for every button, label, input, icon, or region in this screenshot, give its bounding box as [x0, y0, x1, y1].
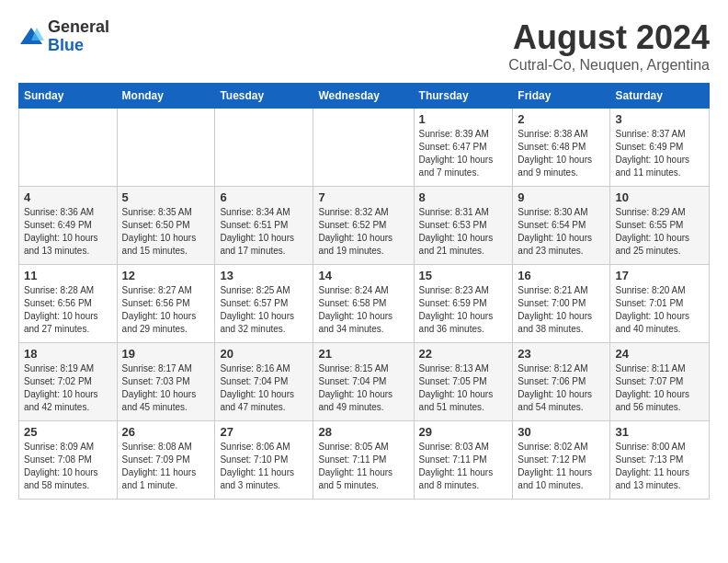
week-row-3: 11Sunrise: 8:28 AMSunset: 6:56 PMDayligh…: [19, 265, 710, 343]
logo-general: General: [48, 18, 109, 37]
week-row-5: 25Sunrise: 8:09 AMSunset: 7:08 PMDayligh…: [19, 421, 710, 500]
day-cell: 3Sunrise: 8:37 AMSunset: 6:49 PMDaylight…: [610, 109, 710, 187]
week-row-1: 1Sunrise: 8:39 AMSunset: 6:47 PMDaylight…: [19, 109, 710, 187]
day-info: Sunrise: 8:30 AMSunset: 6:54 PMDaylight:…: [518, 206, 605, 258]
day-cell: 23Sunrise: 8:12 AMSunset: 7:06 PMDayligh…: [513, 343, 610, 421]
header-cell-monday: Monday: [117, 84, 215, 109]
day-number: 19: [122, 347, 210, 361]
day-info: Sunrise: 8:32 AMSunset: 6:52 PMDaylight:…: [318, 206, 408, 258]
day-info: Sunrise: 8:09 AMSunset: 7:08 PMDaylight:…: [24, 441, 112, 492]
day-info: Sunrise: 8:37 AMSunset: 6:49 PMDaylight:…: [615, 128, 704, 179]
page-header: General Blue August 2024 Cutral-Co, Neuq…: [18, 18, 710, 74]
day-info: Sunrise: 8:24 AMSunset: 6:58 PMDaylight:…: [318, 284, 408, 336]
day-number: 15: [419, 269, 508, 282]
day-cell: [19, 109, 118, 187]
day-number: 24: [615, 347, 704, 361]
day-number: 25: [24, 425, 112, 439]
day-number: 13: [220, 269, 308, 282]
day-info: Sunrise: 8:00 AMSunset: 7:13 PMDaylight:…: [615, 441, 704, 492]
day-cell: 19Sunrise: 8:17 AMSunset: 7:03 PMDayligh…: [117, 343, 215, 421]
header-cell-sunday: Sunday: [19, 84, 118, 109]
day-number: 1: [419, 112, 508, 126]
day-cell: 10Sunrise: 8:29 AMSunset: 6:55 PMDayligh…: [610, 187, 710, 265]
day-number: 4: [24, 190, 112, 204]
logo-icon: [18, 24, 44, 50]
calendar-title: August 2024: [508, 18, 710, 57]
day-info: Sunrise: 8:23 AMSunset: 6:59 PMDaylight:…: [419, 284, 508, 336]
day-info: Sunrise: 8:15 AMSunset: 7:04 PMDaylight:…: [318, 362, 408, 414]
day-number: 27: [220, 425, 308, 439]
day-info: Sunrise: 8:21 AMSunset: 7:00 PMDaylight:…: [518, 284, 605, 336]
day-number: 28: [318, 425, 408, 439]
header-row: SundayMondayTuesdayWednesdayThursdayFrid…: [19, 84, 710, 109]
day-number: 12: [122, 269, 210, 282]
day-number: 3: [615, 112, 704, 126]
day-number: 26: [122, 425, 210, 439]
logo: General Blue: [18, 18, 109, 55]
day-info: Sunrise: 8:39 AMSunset: 6:47 PMDaylight:…: [419, 128, 508, 179]
week-row-2: 4Sunrise: 8:36 AMSunset: 6:49 PMDaylight…: [19, 187, 710, 265]
day-cell: 6Sunrise: 8:34 AMSunset: 6:51 PMDaylight…: [215, 187, 313, 265]
day-info: Sunrise: 8:28 AMSunset: 6:56 PMDaylight:…: [24, 284, 112, 336]
day-cell: 31Sunrise: 8:00 AMSunset: 7:13 PMDayligh…: [610, 421, 710, 500]
day-info: Sunrise: 8:35 AMSunset: 6:50 PMDaylight:…: [122, 206, 210, 258]
day-cell: 7Sunrise: 8:32 AMSunset: 6:52 PMDaylight…: [313, 187, 414, 265]
day-cell: 4Sunrise: 8:36 AMSunset: 6:49 PMDaylight…: [19, 187, 118, 265]
day-number: 31: [615, 425, 704, 439]
title-block: August 2024 Cutral-Co, Neuquen, Argentin…: [508, 18, 710, 74]
day-cell: 28Sunrise: 8:05 AMSunset: 7:11 PMDayligh…: [313, 421, 414, 500]
day-number: 22: [419, 347, 508, 361]
day-number: 2: [518, 112, 605, 126]
day-number: 14: [318, 269, 408, 282]
day-number: 17: [615, 269, 704, 282]
logo-blue: Blue: [48, 37, 109, 55]
day-cell: [117, 109, 215, 187]
day-cell: [215, 109, 313, 187]
day-cell: 21Sunrise: 8:15 AMSunset: 7:04 PMDayligh…: [313, 343, 414, 421]
day-info: Sunrise: 8:19 AMSunset: 7:02 PMDaylight:…: [24, 362, 112, 414]
day-info: Sunrise: 8:38 AMSunset: 6:48 PMDaylight:…: [518, 128, 605, 179]
day-info: Sunrise: 8:25 AMSunset: 6:57 PMDaylight:…: [220, 284, 308, 336]
day-cell: 14Sunrise: 8:24 AMSunset: 6:58 PMDayligh…: [313, 265, 414, 343]
day-info: Sunrise: 8:20 AMSunset: 7:01 PMDaylight:…: [615, 284, 704, 336]
day-cell: [313, 109, 414, 187]
day-cell: 17Sunrise: 8:20 AMSunset: 7:01 PMDayligh…: [610, 265, 710, 343]
day-info: Sunrise: 8:31 AMSunset: 6:53 PMDaylight:…: [419, 206, 508, 258]
day-info: Sunrise: 8:34 AMSunset: 6:51 PMDaylight:…: [220, 206, 308, 258]
day-number: 7: [318, 190, 408, 204]
day-cell: 26Sunrise: 8:08 AMSunset: 7:09 PMDayligh…: [117, 421, 215, 500]
day-info: Sunrise: 8:36 AMSunset: 6:49 PMDaylight:…: [24, 206, 112, 258]
header-cell-friday: Friday: [513, 84, 610, 109]
day-cell: 27Sunrise: 8:06 AMSunset: 7:10 PMDayligh…: [215, 421, 313, 500]
day-number: 5: [122, 190, 210, 204]
day-number: 30: [518, 425, 605, 439]
day-number: 29: [419, 425, 508, 439]
day-info: Sunrise: 8:12 AMSunset: 7:06 PMDaylight:…: [518, 362, 605, 414]
day-info: Sunrise: 8:11 AMSunset: 7:07 PMDaylight:…: [615, 362, 704, 414]
day-info: Sunrise: 8:02 AMSunset: 7:12 PMDaylight:…: [518, 441, 605, 492]
day-info: Sunrise: 8:27 AMSunset: 6:56 PMDaylight:…: [122, 284, 210, 336]
day-cell: 22Sunrise: 8:13 AMSunset: 7:05 PMDayligh…: [414, 343, 513, 421]
day-info: Sunrise: 8:08 AMSunset: 7:09 PMDaylight:…: [122, 441, 210, 492]
day-cell: 1Sunrise: 8:39 AMSunset: 6:47 PMDaylight…: [414, 109, 513, 187]
day-number: 16: [518, 269, 605, 282]
day-cell: 29Sunrise: 8:03 AMSunset: 7:11 PMDayligh…: [414, 421, 513, 500]
day-number: 9: [518, 190, 605, 204]
day-number: 20: [220, 347, 308, 361]
header-cell-wednesday: Wednesday: [313, 84, 414, 109]
day-info: Sunrise: 8:03 AMSunset: 7:11 PMDaylight:…: [419, 441, 508, 492]
day-number: 23: [518, 347, 605, 361]
day-cell: 18Sunrise: 8:19 AMSunset: 7:02 PMDayligh…: [19, 343, 118, 421]
day-info: Sunrise: 8:17 AMSunset: 7:03 PMDaylight:…: [122, 362, 210, 414]
day-info: Sunrise: 8:16 AMSunset: 7:04 PMDaylight:…: [220, 362, 308, 414]
week-row-4: 18Sunrise: 8:19 AMSunset: 7:02 PMDayligh…: [19, 343, 710, 421]
calendar-header: SundayMondayTuesdayWednesdayThursdayFrid…: [19, 84, 710, 109]
day-number: 6: [220, 190, 308, 204]
header-cell-thursday: Thursday: [414, 84, 513, 109]
header-cell-tuesday: Tuesday: [215, 84, 313, 109]
day-info: Sunrise: 8:13 AMSunset: 7:05 PMDaylight:…: [419, 362, 508, 414]
day-cell: 11Sunrise: 8:28 AMSunset: 6:56 PMDayligh…: [19, 265, 118, 343]
day-cell: 13Sunrise: 8:25 AMSunset: 6:57 PMDayligh…: [215, 265, 313, 343]
day-cell: 24Sunrise: 8:11 AMSunset: 7:07 PMDayligh…: [610, 343, 710, 421]
day-number: 10: [615, 190, 704, 204]
